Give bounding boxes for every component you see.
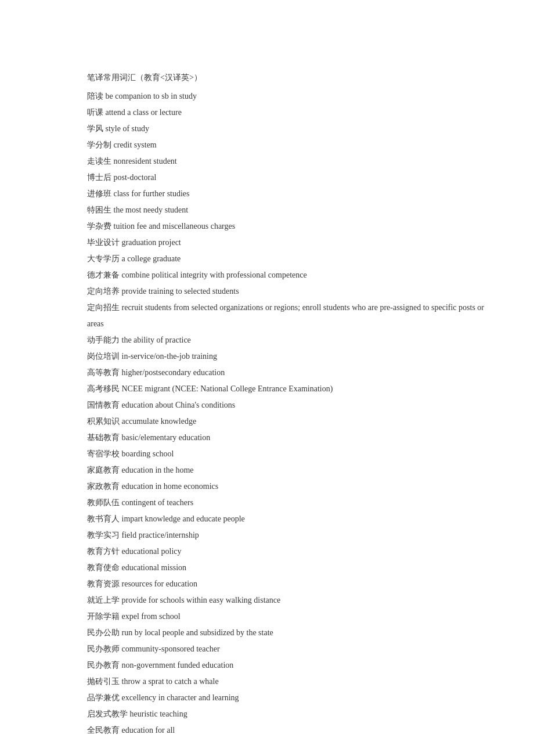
entry-chinese: 博士后 — [87, 173, 111, 182]
entry-chinese: 毕业设计 — [87, 238, 120, 247]
entry-english: post-doctoral — [114, 173, 157, 182]
entry-chinese: 进修班 — [87, 189, 111, 198]
entry-chinese: 教育使命 — [87, 563, 120, 572]
list-item: 民办教育 non-government funded education — [87, 657, 488, 674]
entry-english: community-sponsored teacher — [122, 645, 220, 653]
list-item: 抛砖引玉 throw a sprat to catch a whale — [87, 674, 488, 690]
list-item: 岗位培训 in-service/on-the-job training — [87, 348, 488, 365]
entry-chinese: 陪读 — [87, 92, 103, 100]
entry-chinese: 大专学历 — [87, 254, 120, 263]
list-item: 寄宿学校 boarding school — [87, 446, 488, 462]
entry-chinese: 民办教育 — [87, 661, 120, 669]
entry-english: education in home economics — [122, 482, 219, 491]
entry-chinese: 德才兼备 — [87, 271, 120, 279]
list-item: 教书育人 impart knowledge and educate people — [87, 511, 488, 527]
entry-english: accumulate knowledge — [122, 417, 197, 426]
list-item: 民办教师 community-sponsored teacher — [87, 641, 488, 657]
entry-chinese: 品学兼优 — [87, 693, 120, 702]
entry-chinese: 家政教育 — [87, 482, 120, 491]
entry-chinese: 学杂费 — [87, 222, 111, 231]
entry-chinese: 特困生 — [87, 206, 111, 214]
entry-english: resources for education — [122, 579, 198, 588]
entry-chinese: 定向招生 — [87, 303, 120, 312]
entry-english: provide training to selected students — [122, 287, 239, 296]
list-item: 高等教育 higher/postsecondary education — [87, 365, 488, 381]
entry-english: the most needy student — [114, 206, 189, 214]
list-item: 定向培养 provide training to selected studen… — [87, 283, 488, 300]
list-item: 教育资源 resources for education — [87, 576, 488, 592]
entry-english: nonresident student — [114, 157, 177, 165]
list-item: 教学实习 field practice/internship — [87, 527, 488, 543]
entry-english: contingent of teachers — [122, 498, 194, 507]
entry-chinese: 民办公助 — [87, 628, 120, 637]
list-item: 学风 style of study — [87, 121, 488, 137]
entry-chinese: 民办教师 — [87, 645, 120, 653]
entry-chinese: 听课 — [87, 108, 103, 117]
list-item: 家庭教育 education in the home — [87, 462, 488, 478]
entry-english: in-service/on-the-job training — [122, 352, 217, 361]
entry-english: a college graduate — [122, 254, 181, 263]
list-item: 博士后 post-doctoral — [87, 170, 488, 186]
list-item: 陪读 be companion to sb in study — [87, 88, 488, 105]
entry-english: tuition fee and miscellaneous charges — [114, 222, 236, 231]
list-item: 走读生 nonresident student — [87, 153, 488, 170]
entry-chinese: 基础教育 — [87, 433, 120, 442]
entry-chinese: 教师队伍 — [87, 498, 120, 507]
list-item: 积累知识 accumulate knowledge — [87, 413, 488, 430]
entry-chinese: 开除学籍 — [87, 612, 120, 621]
entries-container: 陪读 be companion to sb in study听课 attend … — [87, 88, 488, 739]
entry-chinese: 家庭教育 — [87, 466, 120, 474]
entry-chinese: 全民教育 — [87, 726, 120, 735]
entry-english: excellency in character and learning — [122, 693, 239, 702]
list-item: 德才兼备 combine political integrity with pr… — [87, 267, 488, 283]
list-item: 品学兼优 excellency in character and learnin… — [87, 690, 488, 706]
list-item: 学杂费 tuition fee and miscellaneous charge… — [87, 218, 488, 235]
title-text: 笔译常用词汇（教育<汉译英>） — [87, 73, 202, 82]
entry-english: educational policy — [122, 547, 182, 556]
entry-english: credit system — [114, 141, 157, 149]
entry-chinese: 定向培养 — [87, 287, 120, 296]
entry-english: higher/postsecondary education — [122, 368, 225, 377]
entry-english: be companion to sb in study — [106, 92, 197, 100]
list-item: 民办公助 run by local people and subsidized … — [87, 625, 488, 641]
entry-chinese: 动手能力 — [87, 336, 120, 344]
list-item: 启发式教学 heuristic teaching — [87, 706, 488, 722]
entry-english: expel from school — [122, 612, 181, 621]
entry-english: basic/elementary education — [122, 433, 211, 442]
entry-english: educational mission — [122, 563, 187, 572]
list-item: 高考移民 NCEE migrant (NCEE: National Colleg… — [87, 381, 488, 397]
entry-english: recruit students from selected organizat… — [87, 303, 484, 328]
entry-chinese: 积累知识 — [87, 417, 120, 426]
entry-english: attend a class or lecture — [106, 108, 182, 117]
entry-english: NCEE migrant (NCEE: National College Ent… — [122, 384, 333, 393]
list-item: 国情教育 education about China's conditions — [87, 397, 488, 413]
entry-english: education for all — [122, 726, 175, 735]
entry-chinese: 教育方针 — [87, 547, 120, 556]
list-item: 特困生 the most needy student — [87, 202, 488, 218]
entry-english: provide for schools within easy walking … — [122, 596, 281, 604]
entry-english: non-government funded education — [122, 661, 234, 669]
list-item: 基础教育 basic/elementary education — [87, 430, 488, 446]
entry-english: run by local people and subsidized by th… — [122, 628, 273, 637]
entry-chinese: 教书育人 — [87, 514, 120, 523]
entry-chinese: 教育资源 — [87, 579, 120, 588]
entry-english: the ability of practice — [122, 336, 191, 344]
entry-english: graduation project — [122, 238, 181, 247]
list-item: 教师队伍 contingent of teachers — [87, 495, 488, 511]
entry-english: field practice/internship — [122, 531, 199, 539]
vocabulary-list: 笔译常用词汇（教育<汉译英>） 陪读 be companion to sb in… — [87, 70, 488, 739]
entry-chinese: 走读生 — [87, 157, 111, 165]
list-item: 毕业设计 graduation project — [87, 235, 488, 251]
entry-chinese: 就近上学 — [87, 596, 120, 604]
list-item: 教育使命 educational mission — [87, 560, 488, 576]
list-item: 动手能力 the ability of practice — [87, 332, 488, 348]
entry-english: style of study — [106, 124, 149, 133]
list-item: 进修班 class for further studies — [87, 186, 488, 202]
page-title: 笔译常用词汇（教育<汉译英>） — [87, 70, 488, 86]
entry-chinese: 寄宿学校 — [87, 449, 120, 458]
list-item: 全民教育 education for all — [87, 722, 488, 739]
list-item: 就近上学 provide for schools within easy wal… — [87, 592, 488, 609]
entry-chinese: 启发式教学 — [87, 710, 128, 718]
entry-english: class for further studies — [114, 189, 190, 198]
list-item: 大专学历 a college graduate — [87, 251, 488, 267]
